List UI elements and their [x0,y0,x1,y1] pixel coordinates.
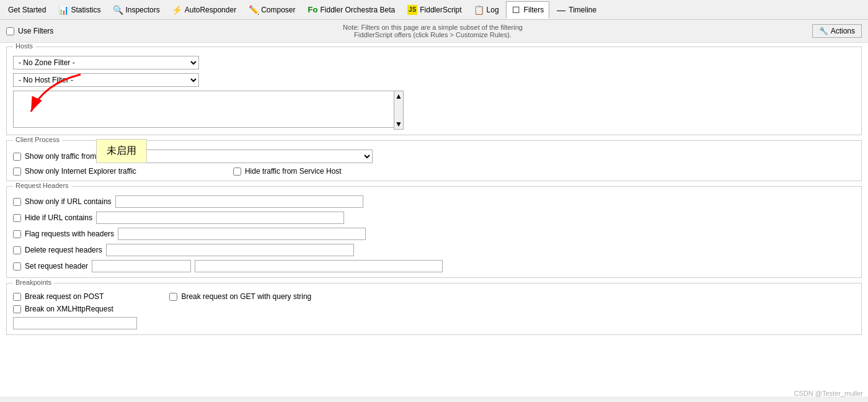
zone-filter-select[interactable]: - No Zone Filter - Show only Intranet Ho… [13,56,199,69]
show-traffic-checkbox[interactable] [13,153,21,161]
show-ie-checkbox[interactable] [13,168,21,176]
breakpoints-section: Breakpoints Break request on POST Break … [6,283,862,335]
set-header-row: Set request header [13,260,855,272]
autoresponder-label: AutoResponder [185,6,236,14]
nav-filters[interactable]: ☐ Filters [506,1,550,19]
show-url-label[interactable]: Show only if URL contains [25,197,112,206]
break-get-checkbox[interactable] [169,293,177,301]
fiddler-orchestra-label: Fiddler Orchestra Beta [321,6,396,14]
use-filters-label[interactable]: Use Filters [18,27,53,35]
nav-statistics[interactable]: 📊 Statistics [53,1,106,19]
show-url-input[interactable] [115,195,363,208]
timeline-icon: — [556,5,566,15]
flag-headers-label[interactable]: Flag requests with headers [25,230,114,238]
use-filters-checkbox[interactable] [6,27,14,35]
nav-log[interactable]: 📋 Log [469,1,505,19]
hide-service-label[interactable]: Hide traffic from Service Host [245,167,342,176]
set-header-checkbox[interactable] [13,262,21,270]
client-process-label: Client Process [13,136,62,143]
note-line1: Note: Filters on this page are a simple … [343,24,523,31]
inspectors-label: Inspectors [125,6,159,14]
nav-fiddler-orchestra[interactable]: Fo Fiddler Orchestra Beta [303,1,401,19]
break-get-group: Break request on GET with query string [169,292,311,301]
statistics-icon: 📊 [58,5,68,15]
delete-headers-label[interactable]: Delete request headers [25,246,102,254]
actions-icon: 🔧 [819,27,828,35]
watermark: CSDN @Tester_muller [794,390,863,397]
zone-filter-row: - No Zone Filter - Show only Intranet Ho… [13,56,855,69]
break-post-checkbox[interactable] [13,293,21,301]
traffic-from-select[interactable] [100,150,373,163]
get-started-label: Get Started [8,6,46,14]
top-navigation: Get Started 📊 Statistics 🔍 Inspectors ⚡ … [0,0,868,20]
show-url-row: Show only if URL contains [13,195,855,208]
composer-label: Composer [261,6,295,14]
hide-service-host-row: Hide traffic from Service Host [233,167,342,176]
set-header-value-input[interactable] [195,260,443,272]
nav-get-started[interactable]: Get Started [2,1,51,19]
fiddlerscript-icon: JS [407,5,417,15]
break-post-label[interactable]: Break request on POST [25,292,104,301]
scroll-down[interactable]: ▼ [394,119,403,129]
request-headers-label: Request Headers [13,182,71,189]
textarea-wrapper: ▲ ▼ [13,91,404,130]
statistics-label: Statistics [71,6,100,14]
host-filter-row: - No Host Filter - Hide the following Ho… [13,73,855,87]
log-label: Log [487,6,499,14]
nav-autoresponder[interactable]: ⚡ AutoResponder [167,1,242,19]
hide-url-row: Hide if URL contains [13,212,855,224]
actions-button[interactable]: 🔧 Actions [812,24,862,38]
nav-timeline[interactable]: — Timeline [551,1,602,19]
hosts-textarea[interactable] [13,91,404,128]
hide-url-label[interactable]: Hide if URL contains [25,213,92,222]
break-extra-input[interactable] [13,317,137,329]
break-xml-checkbox[interactable] [13,305,21,313]
inspectors-icon: 🔍 [113,5,123,15]
hosts-section: Hosts - No Zone Filter - Show only Intra… [6,47,862,135]
log-icon: 📋 [474,5,484,15]
autoresponder-icon: ⚡ [172,5,182,15]
hide-url-checkbox[interactable] [13,214,21,222]
delete-headers-input[interactable] [106,244,354,256]
hide-url-input[interactable] [96,212,344,224]
main-content: 未启用 Hosts - No Zone Filter - Show only I… [0,43,868,396]
show-url-checkbox[interactable] [13,198,21,206]
scroll-up[interactable]: ▲ [394,91,403,101]
flag-headers-input[interactable] [118,228,366,240]
nav-fiddlerscript[interactable]: JS FiddlerScript [402,1,467,19]
hosts-textarea-row: ▲ ▼ [13,91,855,130]
note-line2: FiddlerScript offers (click Rules > Cust… [354,31,512,38]
show-ie-row: Show only Internet Explorer traffic Hide… [13,167,855,176]
actions-label: Actions [831,27,855,35]
break-xml-row: Break on XMLHttpRequest [13,305,855,313]
host-filter-select[interactable]: - No Host Filter - Hide the following Ho… [13,73,199,87]
set-header-name-input[interactable] [92,260,191,272]
flag-headers-checkbox[interactable] [13,230,21,238]
request-headers-section: Request Headers Show only if URL contain… [6,186,862,278]
flag-headers-row: Flag requests with headers [13,228,855,240]
nav-inspectors[interactable]: 🔍 Inspectors [107,1,165,19]
hide-service-checkbox[interactable] [233,168,241,176]
filters-icon: ☐ [512,5,521,15]
hosts-section-label: Hosts [13,43,35,50]
filters-label: Filters [524,6,544,14]
delete-headers-checkbox[interactable] [13,246,21,254]
set-header-label[interactable]: Set request header [25,262,88,270]
composer-icon: ✏️ [249,5,259,15]
fiddlerscript-label: FiddlerScript [420,6,461,14]
break-post-row: Break request on POST Break request on G… [13,292,855,301]
break-extra-row [13,317,855,329]
breakpoints-label: Breakpoints [13,279,54,286]
timeline-label: Timeline [569,6,596,14]
filters-note: Note: Filters on this page are a simple … [58,24,807,38]
break-xml-label[interactable]: Break on XMLHttpRequest [25,305,113,313]
show-ie-label[interactable]: Show only Internet Explorer traffic [25,167,136,176]
client-process-section: Client Process Show only traffic from Sh… [6,140,862,181]
break-get-label[interactable]: Break request on GET with query string [181,292,311,301]
toolbar: Use Filters Note: Filters on this page a… [0,20,868,43]
nav-composer[interactable]: ✏️ Composer [243,1,301,19]
scrollbar: ▲ ▼ [394,91,404,130]
show-traffic-label[interactable]: Show only traffic from [25,152,96,161]
show-traffic-row: Show only traffic from [13,150,855,163]
delete-headers-row: Delete request headers [13,244,855,256]
